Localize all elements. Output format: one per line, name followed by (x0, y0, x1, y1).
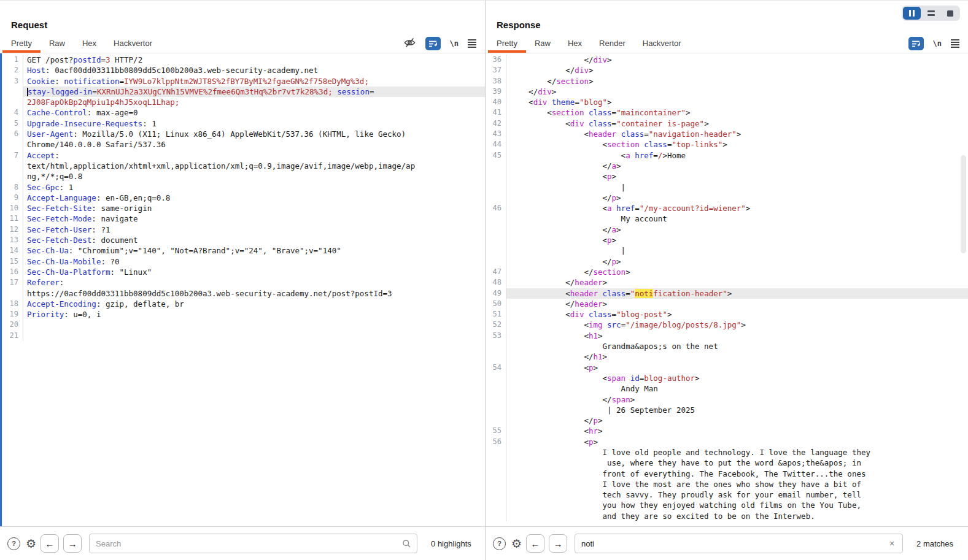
request-search-input[interactable] (89, 534, 417, 553)
line-number (486, 161, 506, 171)
layout-single-button[interactable] (941, 7, 959, 20)
prev-match-button[interactable]: ← (41, 534, 59, 553)
tab-render[interactable]: Render (590, 35, 634, 53)
line-number: 21 (0, 331, 23, 341)
settings-gear-icon[interactable]: ⚙ (511, 538, 522, 550)
code-line: 4Cache-Control: max-age=0 (0, 107, 485, 118)
line-number: 12 (0, 224, 23, 235)
tab-raw[interactable]: Raw (41, 35, 74, 53)
tab-hex[interactable]: Hex (74, 35, 105, 53)
next-match-button[interactable]: → (63, 534, 82, 553)
tab-pretty[interactable]: Pretty (2, 35, 41, 53)
code-line: | (486, 182, 968, 193)
code-line: My account (486, 213, 968, 224)
line-number: 37 (486, 65, 506, 75)
code-line: 19Priority: u=0, i (0, 309, 485, 320)
help-icon[interactable]: ? (7, 537, 20, 550)
code-line: you how they enjoyed watching old films … (486, 500, 968, 510)
help-icon[interactable]: ? (493, 537, 506, 550)
line-number (486, 383, 506, 394)
line-number: 48 (486, 277, 506, 288)
code-line: </span> (486, 394, 968, 405)
line-number: 45 (486, 150, 506, 161)
hide-eye-icon[interactable] (403, 37, 416, 51)
tab-pretty[interactable]: Pretty (488, 35, 526, 53)
code-line: <p> (486, 235, 968, 245)
newline-icon[interactable]: \n (450, 39, 459, 48)
code-line: 49 <header class="notification-header"> (486, 288, 968, 299)
code-line: Andy Man (486, 383, 968, 394)
code-line: 12Sec-Fetch-User: ?1 (0, 224, 485, 235)
response-panel-title: Response (497, 20, 541, 30)
code-line: </p> (486, 256, 968, 267)
line-number (486, 447, 506, 458)
response-toolbar: \n (908, 35, 959, 52)
line-number: 46 (486, 203, 506, 213)
code-line: 38 </section> (486, 76, 968, 86)
layout-rows-button[interactable] (922, 7, 940, 20)
line-number (486, 245, 506, 256)
code-line: 54 <p> (486, 362, 968, 373)
line-number: 50 (486, 299, 506, 309)
tab-hackvertor[interactable]: Hackvertor (634, 35, 690, 53)
line-number: 10 (0, 203, 23, 213)
line-number (486, 213, 506, 224)
code-line: text/html,application/xhtml+xml,applicat… (0, 161, 485, 171)
settings-gear-icon[interactable]: ⚙ (26, 538, 36, 550)
line-number: 17 (0, 277, 23, 288)
newline-icon[interactable]: \n (933, 39, 942, 48)
line-number: 18 (0, 299, 23, 309)
code-line: 40 <div theme="blog"> (486, 97, 968, 107)
request-editor[interactable]: 1GET /post?postId=3 HTTP/22Host: 0acf00d… (0, 53, 485, 526)
line-number: 53 (486, 331, 506, 341)
pretty-format-icon[interactable] (908, 37, 924, 50)
request-panel-title: Request (11, 20, 47, 30)
scrollbar-thumb[interactable] (961, 155, 966, 253)
request-search-bar: ? ⚙ ← → 0 highlights (0, 526, 485, 560)
line-number: 40 (486, 97, 506, 107)
line-number: 7 (0, 150, 23, 161)
editor-menu-icon[interactable] (468, 39, 476, 48)
line-number: 56 (486, 437, 506, 447)
code-line: Grandma&apos;s on the net (486, 341, 968, 351)
line-number: 1 (0, 55, 23, 65)
code-line: 3Cookie: notification=IYW9Lo7klppNtm2WJT… (0, 76, 485, 86)
code-line: 9Accept-Language: en-GB,en;q=0.8 (0, 193, 485, 203)
line-number (486, 193, 506, 203)
code-line: 48 </header> (486, 277, 968, 288)
code-line: 44 <section class="top-links"> (486, 139, 968, 150)
pretty-format-icon[interactable] (425, 37, 441, 50)
tab-hex[interactable]: Hex (559, 35, 590, 53)
code-line: 51 <div class="blog-post"> (486, 309, 968, 320)
code-line: 6User-Agent: Mozilla/5.0 (X11; Linux x86… (0, 129, 485, 139)
code-line: 43 <header class="navigation-header"> (486, 129, 968, 139)
next-match-button[interactable]: → (549, 534, 567, 553)
code-line: I love the most are the ones who show th… (486, 479, 968, 489)
response-search-bar: ? ⚙ ← → × 2 matches (486, 526, 968, 560)
line-number: 39 (486, 86, 506, 97)
line-number: 41 (486, 107, 506, 118)
line-number (0, 86, 23, 97)
line-number (486, 415, 506, 426)
request-panel: Request PrettyRawHexHackvertor \n 1GET /… (0, 0, 485, 560)
line-number: 19 (0, 309, 23, 320)
line-number (486, 256, 506, 267)
line-number: 9 (0, 193, 23, 203)
tab-raw[interactable]: Raw (526, 35, 559, 53)
line-number: 44 (486, 139, 506, 150)
editor-menu-icon[interactable] (951, 39, 959, 48)
tab-hackvertor[interactable]: Hackvertor (105, 35, 161, 53)
response-editor[interactable]: 36 </div>37 </div>38 </section>39 </div>… (486, 53, 968, 526)
highlights-counter: 0 highlights (431, 539, 471, 548)
line-number: 6 (0, 129, 23, 139)
code-line: 17Referer: (0, 277, 485, 288)
line-number (486, 351, 506, 362)
layout-columns-button[interactable] (903, 7, 921, 20)
response-search-input[interactable] (575, 534, 903, 553)
line-number (0, 161, 23, 171)
prev-match-button[interactable]: ← (526, 534, 544, 553)
code-line: 37 </div> (486, 65, 968, 75)
line-number: 14 (0, 245, 23, 256)
code-line: 41 <section class="maincontainer"> (486, 107, 968, 118)
clear-search-icon[interactable]: × (886, 538, 897, 549)
